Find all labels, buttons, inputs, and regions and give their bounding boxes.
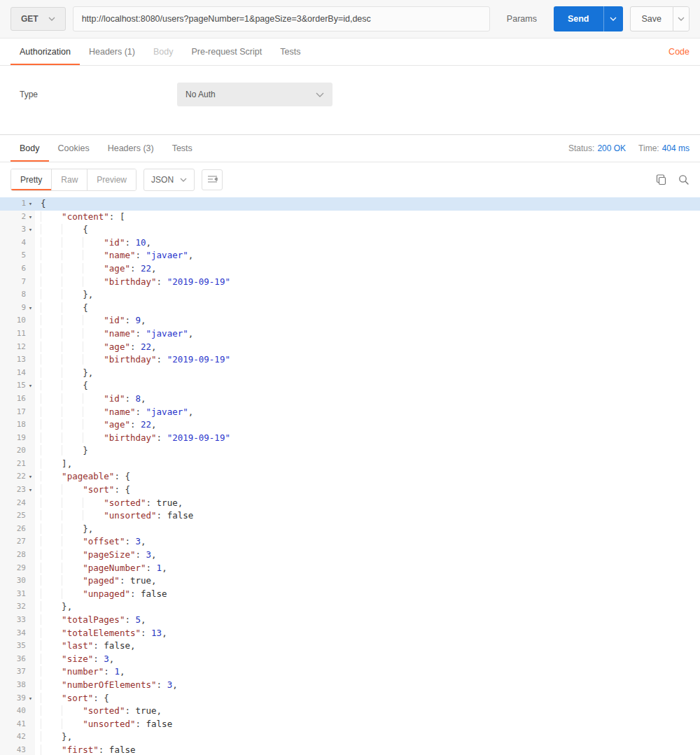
response-tabs: Body Cookies Headers (3) Tests Status: 2… — [0, 134, 700, 162]
code-text: "pageNumber": 1, — [35, 562, 167, 575]
code-text: "totalElements": 13, — [35, 627, 167, 640]
line-gutter: 25 — [0, 509, 35, 523]
fold-toggle-icon[interactable]: ▾ — [26, 302, 35, 315]
status-value: 200 OK — [597, 143, 626, 153]
code-line: 40 "sorted": true, — [0, 705, 700, 718]
auth-type-value: No Auth — [186, 90, 216, 99]
auth-type-label: Type — [20, 90, 177, 99]
code-line: 10 "id": 9, — [0, 314, 700, 327]
fold-toggle-icon[interactable]: ▾ — [26, 223, 35, 237]
line-number: 34 — [17, 627, 26, 640]
code-text: "first": false — [35, 744, 136, 755]
request-bar: GET Params Send Save — [0, 0, 700, 38]
code-editor[interactable]: 1▾{2▾ "content": [3▾ {4 "id": 10,5 "name… — [0, 197, 700, 755]
line-number: 39 — [17, 692, 26, 705]
viewer-actions — [656, 174, 690, 185]
tab-response-body[interactable]: Body — [10, 135, 49, 162]
code-text: }, — [35, 367, 93, 380]
code-line: 25 "unsorted": false — [0, 509, 700, 523]
view-raw-tab[interactable]: Raw — [52, 169, 88, 190]
method-label: GET — [21, 14, 38, 24]
line-gutter: 8 — [0, 288, 35, 302]
search-icon[interactable] — [678, 174, 690, 185]
code-line: 6 "age": 22, — [0, 262, 700, 276]
method-select[interactable]: GET — [10, 7, 66, 31]
line-number: 37 — [17, 665, 26, 679]
code-text: "numberOfElements": 3, — [35, 679, 178, 692]
line-number: 36 — [17, 653, 26, 666]
line-number: 10 — [17, 314, 26, 327]
auth-type-select[interactable]: No Auth — [177, 83, 332, 106]
code-text: "last": false, — [35, 640, 136, 653]
tab-response-headers[interactable]: Headers (3) — [99, 135, 163, 162]
line-gutter: 30 — [0, 574, 35, 588]
line-gutter: 31 — [0, 588, 35, 601]
code-line: 24 "sorted": true, — [0, 497, 700, 510]
tab-tests[interactable]: Tests — [271, 38, 309, 65]
line-gutter: 34 — [0, 627, 35, 640]
code-text: "name": "javaer", — [35, 327, 193, 341]
code-text: }, — [35, 288, 93, 302]
fold-toggle-icon[interactable]: ▾ — [26, 211, 35, 224]
code-text: "name": "javaer", — [35, 406, 193, 419]
line-number: 29 — [17, 562, 26, 575]
chevron-down-icon — [48, 17, 55, 21]
send-button-group: Send — [554, 6, 623, 31]
tab-headers[interactable]: Headers (1) — [80, 38, 144, 65]
code-text: "age": 22, — [35, 418, 157, 432]
code-line: 42 }, — [0, 731, 700, 744]
params-button[interactable]: Params — [497, 14, 547, 24]
line-gutter: 21 — [0, 458, 35, 471]
line-number: 23 — [17, 484, 26, 497]
request-tabs: Authorization Headers (1) Body Pre-reque… — [0, 38, 700, 66]
code-text: "sort": { — [35, 484, 130, 497]
line-gutter: 32 — [0, 600, 35, 614]
fold-toggle-icon[interactable]: ▾ — [26, 470, 35, 484]
time-label: Time: — [638, 143, 659, 153]
code-text: "unpaged": false — [35, 588, 167, 601]
code-line: 41 "unsorted": false — [0, 718, 700, 731]
time-value: 404 ms — [662, 143, 690, 153]
copy-icon[interactable] — [656, 174, 667, 185]
tab-pre-request-script[interactable]: Pre-request Script — [182, 38, 271, 65]
fold-toggle-icon[interactable]: ▾ — [26, 484, 35, 497]
code-line: 12 "age": 22, — [0, 341, 700, 354]
fold-toggle-icon[interactable]: ▾ — [26, 197, 35, 211]
code-text: "id": 9, — [35, 314, 146, 327]
tab-response-tests[interactable]: Tests — [163, 135, 202, 162]
code-line: 1▾{ — [0, 197, 700, 211]
line-number: 13 — [17, 353, 26, 367]
line-number: 5 — [21, 249, 26, 262]
code-text: }, — [35, 600, 72, 614]
url-input[interactable] — [73, 6, 490, 31]
language-select[interactable]: JSON — [144, 169, 195, 191]
beautify-icon — [207, 174, 218, 186]
tab-body[interactable]: Body — [144, 38, 183, 65]
line-gutter: 10 — [0, 314, 35, 327]
line-number: 2 — [21, 211, 26, 224]
fold-toggle-icon[interactable]: ▾ — [26, 692, 35, 705]
line-number: 9 — [21, 302, 26, 315]
tab-response-cookies[interactable]: Cookies — [49, 135, 99, 162]
save-options-chevron-icon[interactable] — [673, 6, 690, 31]
code-line: 28 "pageSize": 3, — [0, 549, 700, 562]
code-text: "content": [ — [35, 211, 125, 224]
code-line: 14 }, — [0, 367, 700, 380]
code-link[interactable]: Code — [662, 38, 690, 65]
view-preview-tab[interactable]: Preview — [88, 169, 136, 190]
tab-authorization[interactable]: Authorization — [10, 38, 80, 65]
code-line: 30 "paged": true, — [0, 574, 700, 588]
code-line: 7 "birthday": "2019-09-19" — [0, 276, 700, 289]
code-line: 8 }, — [0, 288, 700, 302]
code-text: "paged": true, — [35, 574, 157, 588]
send-button[interactable]: Send — [554, 6, 603, 31]
view-pretty-tab[interactable]: Pretty — [11, 169, 52, 190]
send-options-chevron-icon[interactable] — [603, 6, 623, 31]
line-number: 41 — [17, 718, 26, 731]
line-number: 30 — [17, 574, 26, 588]
fold-toggle-icon[interactable]: ▾ — [26, 379, 35, 393]
beautify-button[interactable] — [202, 169, 223, 190]
line-gutter: 39▾ — [0, 692, 35, 705]
line-gutter: 38 — [0, 679, 35, 692]
save-button[interactable]: Save — [630, 6, 673, 31]
